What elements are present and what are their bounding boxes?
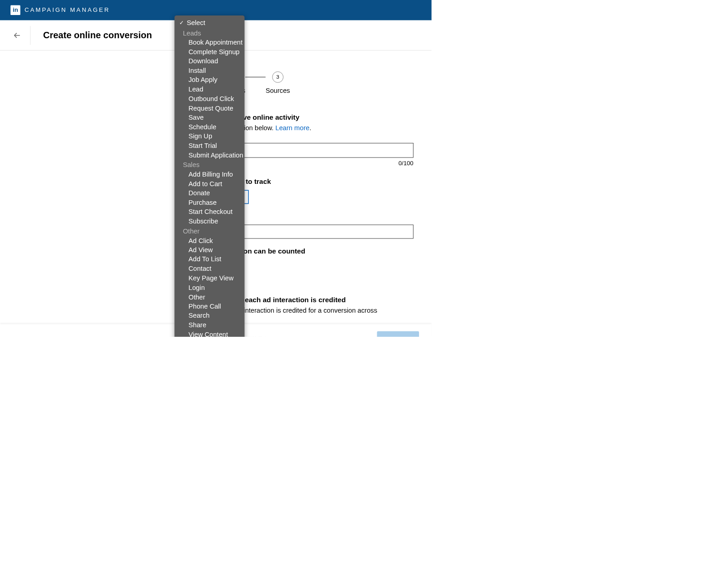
dropdown-item[interactable]: Add Billing Info [174,170,244,179]
linkedin-logo: in [10,5,20,15]
step-3-circle: 3 [272,71,283,83]
dropdown-item[interactable]: Donate [174,188,244,198]
step-connector [245,77,266,77]
dropdown-item[interactable]: Job Apply [174,76,244,85]
dropdown-item[interactable]: Lead [174,85,244,94]
check-icon: ✓ [179,19,184,26]
divider [30,26,30,45]
stepper: ns 3 Sources [238,71,418,95]
dropdown-item[interactable]: Other [174,292,244,302]
dropdown-group-sales: Sales [174,160,244,169]
dropdown-item[interactable]: Search [174,311,244,321]
dropdown-item[interactable]: Login [174,283,244,293]
dropdown-item[interactable]: Start Trial [174,141,244,151]
intro-period: . [309,124,311,132]
step-3-label: Sources [266,86,290,95]
dropdown-item[interactable]: Sign Up [174,132,244,141]
dropdown-selected-item[interactable]: ✓ Select [174,18,244,28]
dropdown-item[interactable]: View Content [174,330,244,337]
dropdown-item[interactable]: Start Checkout [174,208,244,217]
dropdown-item[interactable]: Ad Click [174,236,244,245]
dropdown-selected-label: Select [187,18,205,27]
dropdown-item[interactable]: Add to Cart [174,179,244,189]
dropdown-item[interactable]: Submit Application [174,151,244,160]
dropdown-item[interactable]: Save [174,113,244,122]
dropdown-item[interactable]: Subscribe [174,217,244,226]
dropdown-group-leads: Leads [174,28,244,37]
dropdown-item[interactable]: Purchase [174,198,244,208]
page-title: Create online conversion [43,30,152,41]
dropdown-item[interactable]: Add To List [174,255,244,264]
dropdown-item[interactable]: Schedule [174,122,244,132]
dropdown-item[interactable]: Contact [174,264,244,274]
back-arrow-icon[interactable] [13,31,21,39]
dropdown-item[interactable]: Share [174,320,244,330]
dropdown-item[interactable]: Install [174,66,244,76]
dropdown-item[interactable]: Ad View [174,245,244,255]
dropdown-item[interactable]: Download [174,56,244,66]
dropdown-group-other: Other [174,226,244,236]
learn-more-link[interactable]: Learn more [275,124,309,132]
dropdown-item[interactable]: Complete Signup [174,47,244,57]
dropdown-item[interactable]: Request Quote [174,103,244,113]
dropdown-item[interactable]: Book Appointment [174,38,244,47]
app-name: CAMPAIGN MANAGER [25,7,110,14]
dropdown-item[interactable]: Key Page View [174,274,244,283]
primary-action-button[interactable] [377,331,419,337]
behavior-dropdown-menu[interactable]: ✓ Select Leads Book Appointment Complete… [174,15,244,337]
dropdown-item[interactable]: Phone Call [174,302,244,311]
step-3[interactable]: 3 Sources [266,71,290,95]
dropdown-item[interactable]: Outbound Click [174,94,244,104]
